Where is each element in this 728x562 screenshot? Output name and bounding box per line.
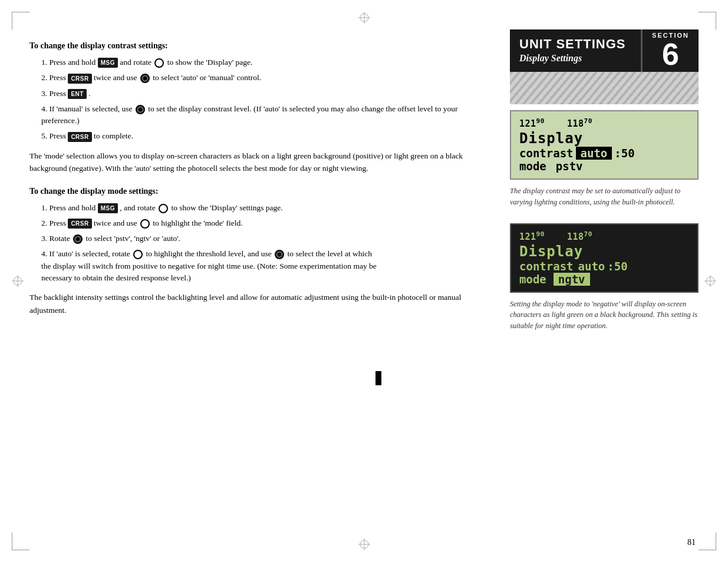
crosshair-bottom xyxy=(358,538,370,550)
screen1-freq1-dec: 90 xyxy=(536,117,545,125)
right-column: UNIT SETTINGS Display Settings SECTION 6… xyxy=(510,29,699,533)
left-column: To change the display contrast settings:… xyxy=(29,29,492,533)
step-num: 4. If 'manual' is selected, use xyxy=(41,104,134,113)
crsr-badge-2: CRSR xyxy=(68,132,91,142)
paragraph-mode-intro: The 'mode' selection allows you to displ… xyxy=(29,150,486,175)
msg-badge-1: MSG xyxy=(98,58,118,68)
corner-br xyxy=(699,533,716,550)
screen1-contrast-line: contrast auto :50 xyxy=(519,147,689,160)
step-2-2: 2. Press CRSR twice and use to highlight… xyxy=(41,217,486,229)
screen1-contrast-highlight: auto xyxy=(576,147,612,160)
step-2-1: 1. Press and hold MSG , and rotate to sh… xyxy=(41,202,486,214)
screen2-contrast-line: contrast auto :50 xyxy=(519,260,689,273)
step-1-1: 1. Press and hold MSG and rotate to show… xyxy=(41,57,486,68)
select-circle-2 xyxy=(136,105,145,114)
section-number: 6 xyxy=(662,39,679,70)
page-number: 81 xyxy=(687,538,696,547)
screen1-contrast-label: contrast xyxy=(519,147,574,160)
step-num: 2. Press xyxy=(41,73,68,82)
select-circle-1 xyxy=(140,74,150,83)
screen1-caption: The display contrast may be set to autom… xyxy=(510,186,699,208)
section-header: UNIT SETTINGS Display Settings SECTION 6 xyxy=(510,29,699,72)
screen2-caption: Setting the display mode to 'negative' w… xyxy=(510,299,699,332)
step-num: 1. Press and hold xyxy=(41,203,98,212)
screen1-mode-label: mode xyxy=(519,160,546,173)
unit-settings-title: UNIT SETTINGS xyxy=(519,37,631,52)
crosshair-top xyxy=(358,12,370,24)
screen2-contrast-value2: :50 xyxy=(607,260,627,273)
steps-mode: 1. Press and hold MSG , and rotate to sh… xyxy=(41,202,486,285)
screen2-display-label: Display xyxy=(519,243,689,260)
crosshair-left xyxy=(12,275,24,287)
corner-bl xyxy=(12,533,29,550)
step-1-4: 4. If 'manual' is selected, use to set t… xyxy=(41,103,486,127)
steps-contrast: 1. Press and hold MSG and rotate to show… xyxy=(41,57,486,143)
step-text2: to select 'auto' or 'manual' control. xyxy=(153,73,261,82)
select-circle-3 xyxy=(73,234,83,244)
step-text2: to show the 'Display' page. xyxy=(167,58,253,67)
display-settings-title: Display Settings xyxy=(519,53,631,64)
screen1-contrast-value: :50 xyxy=(614,147,634,160)
screen2-freq1-dec: 90 xyxy=(536,230,545,238)
section-header-left: UNIT SETTINGS Display Settings xyxy=(510,29,641,72)
paragraph-backlight: The backlight intensity settings control… xyxy=(29,291,486,316)
heading-contrast: To change the display contrast settings: xyxy=(29,41,486,51)
step-text: , and rotate xyxy=(120,203,157,212)
screen2-contrast-value1: auto xyxy=(578,260,605,273)
header-stripes xyxy=(510,72,699,104)
step-2-3: 3. Rotate to select 'pstv', 'ngtv' or 'a… xyxy=(41,233,486,244)
step-num: 3. Press xyxy=(41,89,68,98)
step-text2: to show the 'Display' settings page. xyxy=(171,203,282,212)
screen2-display: 12190 11870 Display contrast auto :50 mo… xyxy=(510,223,699,293)
rotate-circle-1 xyxy=(154,58,164,68)
step-num: 5. Press xyxy=(41,131,68,140)
step-text: to select 'pstv', 'ngtv' or 'auto'. xyxy=(86,234,180,243)
msg-badge-2: MSG xyxy=(98,203,118,213)
rotate-circle-3 xyxy=(140,219,150,229)
crsr-badge-3: CRSR xyxy=(68,219,91,229)
step-text: and rotate xyxy=(120,58,153,67)
page-content: To change the display contrast settings:… xyxy=(29,29,699,533)
screen1-freq2-dec: 70 xyxy=(584,117,592,125)
corner-tr xyxy=(699,12,716,29)
step-text: twice and use xyxy=(94,219,139,227)
crosshair-right xyxy=(704,275,716,287)
ent-badge-1: ENT xyxy=(68,89,87,99)
rotate-circle-2 xyxy=(159,204,168,213)
screen2-contrast-label: contrast xyxy=(519,260,574,273)
crsr-badge-1: CRSR xyxy=(68,74,91,84)
section-number-box: SECTION 6 xyxy=(641,29,699,72)
screen2-freq2-dec: 70 xyxy=(584,230,592,238)
step-1-5: 5. Press CRSR to complete. xyxy=(41,130,486,142)
step-num: 3. Rotate xyxy=(41,234,72,243)
screen2-freq: 12190 11870 xyxy=(519,230,689,242)
select-circle-4 xyxy=(275,250,284,259)
step-text: . xyxy=(88,89,90,98)
step-text: to highlight the threshold level, and us… xyxy=(146,249,274,258)
corner-tl xyxy=(12,12,29,29)
step-text: twice and use xyxy=(94,73,139,82)
step-2-4: 4. If 'auto' is selected, rotate to high… xyxy=(41,248,383,284)
screen1-mode-line: mode pstv xyxy=(519,160,689,173)
step-num: 2. Press xyxy=(41,219,68,227)
step-1-3: 3. Press ENT . xyxy=(41,88,486,100)
heading-mode: To change the display mode settings: xyxy=(29,187,486,196)
screen2-mode-label: mode xyxy=(519,273,546,286)
rotate-circle-4 xyxy=(133,250,143,259)
step-1-2: 2. Press CRSR twice and use to select 'a… xyxy=(41,72,486,84)
black-bullet xyxy=(375,371,381,385)
screen1-mode-value: pstv xyxy=(556,160,583,173)
screen1-display: 12190 11870 Display contrast auto :50 mo… xyxy=(510,110,699,180)
step-text2: to highlight the 'mode' field. xyxy=(153,219,242,227)
step-num: 4. If 'auto' is selected, rotate xyxy=(41,249,132,258)
screen1-display-label: Display xyxy=(519,130,689,147)
step-num: 1. Press and hold xyxy=(41,58,98,67)
screen2-mode-highlight: ngtv xyxy=(554,273,590,286)
step-text: to complete. xyxy=(94,131,133,140)
screen2-mode-line: mode ngtv xyxy=(519,273,689,286)
screen1-freq: 12190 11870 xyxy=(519,117,689,129)
